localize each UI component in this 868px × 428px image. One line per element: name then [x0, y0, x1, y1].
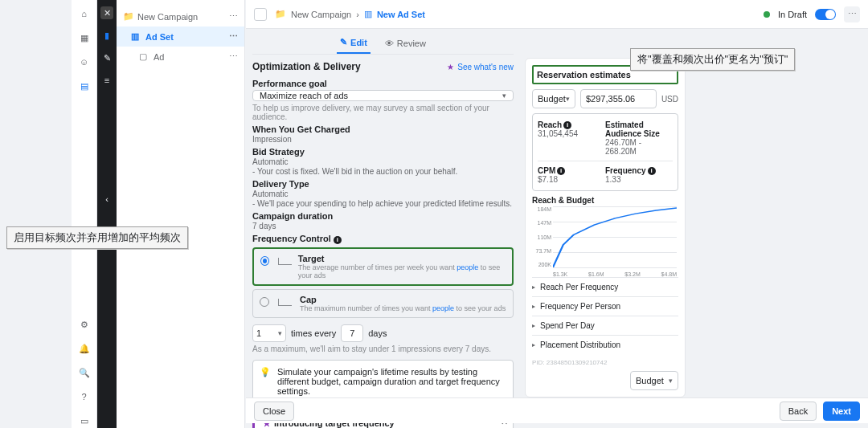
freq-times-label: times every	[291, 328, 336, 338]
tree-adset-row[interactable]: ▥ Ad Set ⋯	[117, 26, 244, 47]
accordion-row[interactable]: ▸Reach Per Frequency	[532, 277, 678, 296]
delivery-type-hint: - We'll pace your spending to help achie…	[252, 199, 514, 208]
home-icon[interactable]: ⌂	[77, 6, 92, 21]
face-icon[interactable]: ☺	[77, 55, 92, 69]
crumb-current: New Ad Set	[377, 10, 425, 19]
simulate-text: Simulate your campaign's lifetime result…	[277, 367, 506, 396]
annotation-right: 将"覆盖和频次出价"更名为"预订"	[630, 48, 795, 71]
chevron-right-icon: ▸	[532, 322, 535, 329]
status-toggle[interactable]	[815, 9, 836, 20]
header-menu-icon[interactable]: ⋯	[844, 6, 860, 22]
lightbulb-icon: 💡	[260, 367, 271, 396]
bid-value: Automatic	[252, 157, 514, 166]
frequency-label: Frequencyi	[605, 166, 673, 175]
folder-icon: 📁	[123, 11, 133, 22]
tree-ad-label: Ad	[154, 52, 164, 62]
close-button[interactable]: Close	[254, 402, 294, 421]
chevron-right-icon: ▸	[532, 341, 535, 349]
freq-option-cap[interactable]: Cap The maximum number of times you want…	[252, 289, 514, 318]
freq-every-stepper[interactable]: 7	[341, 324, 363, 342]
currency-label: USD	[661, 95, 678, 104]
status-dot	[764, 11, 770, 18]
cpm-label: CPMi	[538, 166, 605, 175]
audience-value: 246.70M - 268.20M	[605, 138, 673, 156]
footer-budget-select[interactable]: Budget▾	[630, 371, 678, 390]
info-icon[interactable]: i	[648, 167, 656, 175]
budget-input[interactable]: $297,355.06	[580, 89, 657, 108]
accordion-label: Frequency Per Person	[540, 302, 620, 311]
target-desc: The average number of times per week you…	[298, 263, 506, 279]
chevron-down-icon: ▾	[566, 95, 570, 103]
bid-hint: - Your cost is fixed. We'll bid in the a…	[252, 167, 514, 176]
more-icon[interactable]: ⋯	[229, 11, 238, 22]
delivery-type-label: Delivery Type	[252, 179, 514, 189]
folder-icon: 📁	[275, 9, 286, 19]
freq-days-label: days	[368, 328, 387, 338]
info-icon[interactable]: i	[334, 236, 342, 244]
radio-target[interactable]	[260, 256, 269, 266]
back-button[interactable]: Back	[780, 402, 817, 421]
menu-icon[interactable]: ≡	[100, 74, 113, 87]
radio-cap[interactable]	[260, 297, 269, 307]
main-header: 📁 New Campaign › ▥ New Ad Set In Draft ⋯	[246, 0, 868, 29]
bottom-bar: Close Back Next	[246, 397, 868, 423]
performance-goal-select[interactable]: Maximize reach of ads ▾	[252, 90, 514, 101]
edit-tabs: ✎Edit 👁Review	[252, 32, 514, 55]
tab-review[interactable]: 👁Review	[382, 32, 429, 54]
ad-icon: ▢	[139, 51, 149, 62]
accordion-label: Reach Per Frequency	[540, 283, 618, 291]
pid-label: PID: 23848501309210742	[532, 359, 678, 366]
tab-edit[interactable]: ✎Edit	[337, 32, 371, 54]
performance-goal-value: Maximize reach of ads	[260, 91, 348, 100]
accordion-row[interactable]: ▸Spend Per Day	[532, 316, 678, 335]
tree-campaign-label: New Campaign	[137, 12, 198, 22]
crumb-campaign[interactable]: New Campaign	[291, 10, 351, 19]
freq-option-target[interactable]: Target The average number of times per w…	[252, 247, 514, 286]
target-chart-icon	[276, 255, 292, 267]
close-icon[interactable]: ✕	[100, 6, 113, 19]
duration-label: Campaign duration	[252, 211, 514, 221]
collapse-icon[interactable]: ‹	[100, 193, 113, 206]
pencil-icon: ✎	[340, 37, 347, 47]
annotation-left: 启用目标频次并弃用增加的平均频次	[6, 226, 188, 249]
more-icon[interactable]: ⋯	[229, 31, 238, 42]
cap-chart-icon	[276, 296, 293, 308]
adset-icon: ▥	[364, 9, 372, 19]
chart-icon[interactable]: ▮	[100, 29, 113, 42]
grid-icon[interactable]: ▤	[77, 79, 92, 93]
help-icon[interactable]: ?	[77, 389, 92, 404]
reach-budget-chart: 184M147M110M73.7M200K $1.3K$1.6M$3.2M$4.…	[532, 206, 678, 277]
chevron-down-icon: ▾	[669, 377, 673, 385]
center-column: ✎Edit 👁Review Optimization & Delivery ★S…	[252, 32, 514, 428]
reports-icon[interactable]: ▭	[77, 414, 92, 428]
edit-icon[interactable]: ✎	[100, 51, 113, 64]
metrics-box: Reachi 31,054,454 Estimated Audience Siz…	[532, 113, 678, 191]
settings-icon[interactable]: ⚙	[77, 317, 92, 332]
sidebar-toggle-icon[interactable]	[254, 8, 267, 21]
freq-times-select[interactable]: 1▾	[252, 324, 286, 342]
info-icon[interactable]: i	[557, 167, 565, 175]
cap-title: Cap	[300, 295, 506, 304]
charged-label: When You Get Charged	[252, 124, 514, 134]
budget-select[interactable]: Budget▾	[532, 89, 575, 108]
tree-campaign-row[interactable]: 📁 New Campaign ⋯	[117, 6, 244, 26]
search-icon[interactable]: 🔍	[77, 365, 92, 380]
campaign-tree: 📁 New Campaign ⋯ ▥ Ad Set ⋯ ▢ Ad ⋯	[117, 0, 245, 428]
notifications-icon[interactable]: 🔔	[77, 341, 92, 356]
accordion-row[interactable]: ▸Frequency Per Person	[532, 296, 678, 316]
apps-icon[interactable]: ▦	[77, 31, 92, 45]
more-icon[interactable]: ⋯	[229, 51, 238, 62]
chevron-right-icon: ▸	[532, 283, 535, 291]
whats-new-link[interactable]: ★See what's new	[447, 63, 514, 71]
cpm-value: $7.18	[538, 175, 605, 184]
accordion-row[interactable]: ▸Placement Distribution	[532, 335, 678, 354]
info-icon[interactable]: i	[563, 121, 571, 129]
frequency-value: 1.33	[605, 175, 673, 184]
freq-control-label: Frequency Control i	[252, 234, 514, 244]
tree-adset-label: Ad Set	[145, 32, 174, 42]
next-button[interactable]: Next	[823, 402, 860, 421]
chevron-right-icon: ›	[356, 10, 359, 19]
chevron-down-icon: ▾	[278, 329, 282, 337]
tree-ad-row[interactable]: ▢ Ad ⋯	[117, 47, 244, 67]
reach-value: 31,054,454	[538, 129, 605, 138]
